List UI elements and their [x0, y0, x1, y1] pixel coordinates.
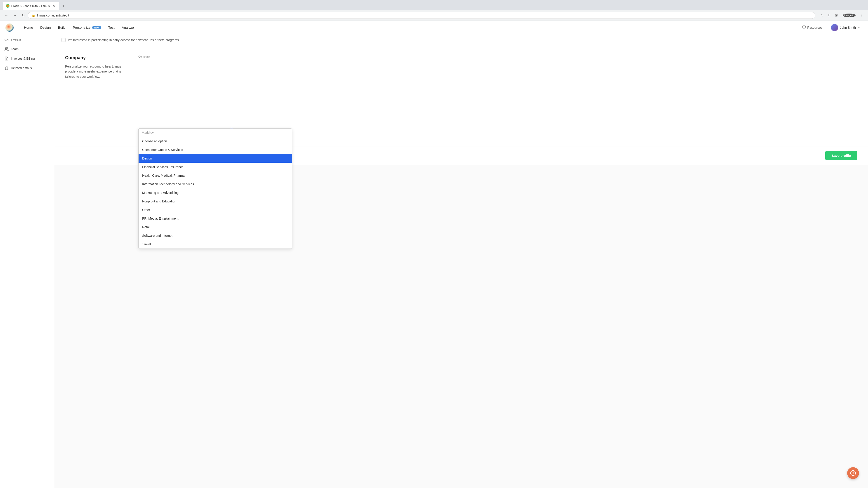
- nav-analyze[interactable]: Analyze: [119, 24, 137, 31]
- incognito-button[interactable]: Incognito: [841, 12, 857, 19]
- user-name: John Smith: [840, 26, 856, 29]
- sidebar-team-label: Team: [11, 47, 19, 51]
- header-right: ⓘ Resources John Smith ▼: [800, 23, 863, 33]
- new-tab-button[interactable]: +: [60, 2, 67, 10]
- billing-icon: [4, 57, 8, 61]
- company-section: Company Personalize your account to help…: [54, 46, 868, 146]
- download-button[interactable]: ⇓: [826, 12, 832, 19]
- browser-tab-bar: Profile > John Smith > Litmus ✕ +: [0, 0, 868, 10]
- content-area: I'm interested in participating in early…: [54, 34, 868, 488]
- dropdown-option-design[interactable]: Design: [138, 154, 292, 163]
- help-fab-button[interactable]: [847, 467, 859, 479]
- close-tab-button[interactable]: ✕: [52, 4, 56, 8]
- nav-items: Home Design Build Personalize New Test A…: [21, 24, 792, 31]
- company-title: Company: [65, 55, 124, 60]
- app-header: Home Design Build Personalize New Test A…: [0, 21, 868, 34]
- dropdown-option-consumer[interactable]: Consumer Goods & Services: [138, 145, 292, 154]
- sidebar-item-team[interactable]: Team: [0, 44, 54, 54]
- dropdown-option-other[interactable]: Other: [138, 205, 292, 214]
- team-icon: [4, 47, 8, 51]
- dropdown-option-health[interactable]: Health Care, Medical, Pharma: [138, 171, 292, 180]
- tab-title: Profile > John Smith > Litmus: [11, 4, 50, 8]
- browser-actions: ☆ ⇓ ▣ Incognito ⋮: [818, 12, 865, 19]
- forward-button[interactable]: →: [11, 12, 19, 19]
- dropdown-search: Maddlev: [138, 129, 292, 137]
- sidebar: YOUR TEAM Team Invoices & Billing: [0, 34, 54, 488]
- svg-point-0: [5, 47, 7, 49]
- company-left: Company Personalize your account to help…: [65, 55, 124, 137]
- dropdown-option-nonprofit[interactable]: Nonprofit and Education: [138, 197, 292, 205]
- dropdown-option-software[interactable]: Software and Internet: [138, 231, 292, 240]
- dropdown-option-choose[interactable]: Choose an option: [138, 137, 292, 145]
- reload-button[interactable]: ↻: [20, 12, 26, 19]
- dropdown-option-financial[interactable]: Financial Services, Insurance: [138, 163, 292, 171]
- url-text: litmus.com/identity/edit: [37, 13, 811, 17]
- back-button[interactable]: ←: [3, 12, 10, 19]
- early-access-text: I'm interested in participating in early…: [68, 38, 179, 42]
- dropdown-option-retail[interactable]: Retail: [138, 223, 292, 231]
- nav-personalize[interactable]: Personalize New: [70, 24, 104, 31]
- nav-home[interactable]: Home: [21, 24, 36, 31]
- dropdown-option-pr[interactable]: PR, Media, Entertainment: [138, 214, 292, 223]
- dropdown-option-it[interactable]: Information Technology and Services: [138, 180, 292, 188]
- industry-dropdown-container: Maddlev Choose an option Consumer Goods …: [138, 128, 292, 137]
- personalize-badge: New: [92, 26, 101, 29]
- nav-design[interactable]: Design: [37, 24, 54, 31]
- company-description: Personalize your account to help Litmus …: [65, 64, 124, 79]
- address-bar[interactable]: 🔒 litmus.com/identity/edit: [28, 12, 815, 19]
- browser-chrome: Profile > John Smith > Litmus ✕ + ← → ↻ …: [0, 0, 868, 21]
- company-right: Company Maddlev Choose an option Consume…: [138, 55, 292, 137]
- extensions-button[interactable]: ▣: [833, 12, 840, 19]
- user-avatar: [831, 24, 838, 31]
- sidebar-section-label: YOUR TEAM: [0, 39, 54, 44]
- dropdown-option-marketing[interactable]: Marketing and Advertising: [138, 188, 292, 197]
- save-profile-button[interactable]: Save profile: [825, 151, 857, 160]
- sidebar-item-invoices[interactable]: Invoices & Billing: [0, 54, 54, 63]
- browser-controls: ← → ↻ 🔒 litmus.com/identity/edit ☆ ⇓ ▣ I…: [0, 10, 868, 21]
- menu-button[interactable]: ⋮: [858, 12, 865, 19]
- bookmark-button[interactable]: ☆: [818, 12, 825, 19]
- company-field-label: Company: [138, 55, 292, 58]
- early-access-checkbox[interactable]: [61, 38, 66, 42]
- sidebar-invoices-label: Invoices & Billing: [11, 57, 35, 60]
- nav-test[interactable]: Test: [105, 24, 118, 31]
- nav-build[interactable]: Build: [55, 24, 69, 31]
- app-logo[interactable]: [5, 24, 13, 32]
- favicon: [6, 4, 9, 8]
- dropdown-list[interactable]: Maddlev Choose an option Consumer Goods …: [138, 128, 292, 249]
- early-access-bar: I'm interested in participating in early…: [54, 34, 868, 46]
- sidebar-deleted-label: Deleted emails: [11, 66, 32, 70]
- sidebar-item-deleted[interactable]: Deleted emails: [0, 63, 54, 73]
- main-layout: YOUR TEAM Team Invoices & Billing: [0, 34, 868, 488]
- user-menu[interactable]: John Smith ▼: [829, 23, 863, 33]
- resources-button[interactable]: ⓘ Resources: [800, 24, 825, 31]
- browser-tab[interactable]: Profile > John Smith > Litmus ✕: [3, 2, 59, 10]
- dropdown-option-travel[interactable]: Travel: [138, 240, 292, 249]
- trash-icon: [4, 66, 8, 70]
- chevron-down-icon: ▼: [858, 26, 860, 29]
